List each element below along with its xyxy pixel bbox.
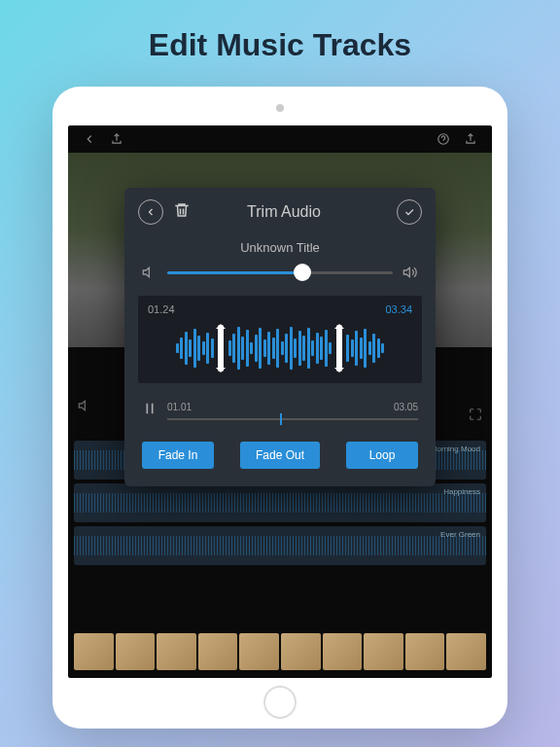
confirm-button[interactable]: [397, 199, 422, 225]
back-button[interactable]: [78, 127, 101, 151]
ipad-frame: Morning Mood Happiness Ever Green Trim A…: [52, 87, 508, 729]
play-start-time: 01.01: [167, 402, 192, 412]
home-button[interactable]: [263, 686, 297, 719]
track-title: Unknown Title: [124, 236, 436, 265]
camera-dot: [276, 104, 284, 112]
svg-point-0: [438, 134, 449, 145]
video-thumbnails[interactable]: [74, 633, 486, 670]
page-title: Edit Music Tracks: [0, 0, 560, 87]
volume-thumb[interactable]: [294, 264, 311, 281]
play-end-time: 03.05: [394, 402, 418, 412]
export-button[interactable]: [459, 127, 482, 151]
delete-button[interactable]: [173, 201, 191, 223]
playback-slider[interactable]: 01.01 03.05: [167, 402, 418, 420]
trim-start-time: 01.24: [148, 303, 175, 315]
pause-button[interactable]: [142, 401, 158, 420]
playhead[interactable]: [280, 413, 282, 425]
waveform-editor: 01.24 03.34: [138, 296, 422, 383]
volume-high-icon: [402, 265, 418, 280]
waveform[interactable]: [148, 321, 412, 375]
volume-slider[interactable]: [167, 271, 393, 274]
volume-icon[interactable]: [78, 398, 93, 417]
fade-in-button[interactable]: Fade In: [142, 442, 214, 469]
expand-icon[interactable]: [469, 408, 482, 425]
fade-out-button[interactable]: Fade Out: [240, 442, 320, 469]
app-top-bar: [68, 125, 492, 153]
trim-end-time: 03.34: [385, 303, 412, 315]
loop-button[interactable]: Loop: [346, 442, 418, 469]
trim-start-handle[interactable]: [218, 325, 224, 372]
app-screen: Morning Mood Happiness Ever Green Trim A…: [68, 125, 492, 678]
volume-mute-icon: [142, 265, 158, 280]
trim-audio-modal: Trim Audio Unknown Title 01.24 03.34: [124, 188, 436, 486]
modal-title: Trim Audio: [191, 203, 397, 221]
volume-slider-row: [124, 265, 436, 296]
audio-track[interactable]: Ever Green: [74, 526, 486, 565]
help-button[interactable]: [432, 127, 455, 151]
trim-end-handle[interactable]: [336, 325, 342, 372]
back-button[interactable]: [138, 199, 163, 225]
audio-track[interactable]: Happiness: [74, 483, 486, 522]
share-button[interactable]: [105, 127, 128, 151]
